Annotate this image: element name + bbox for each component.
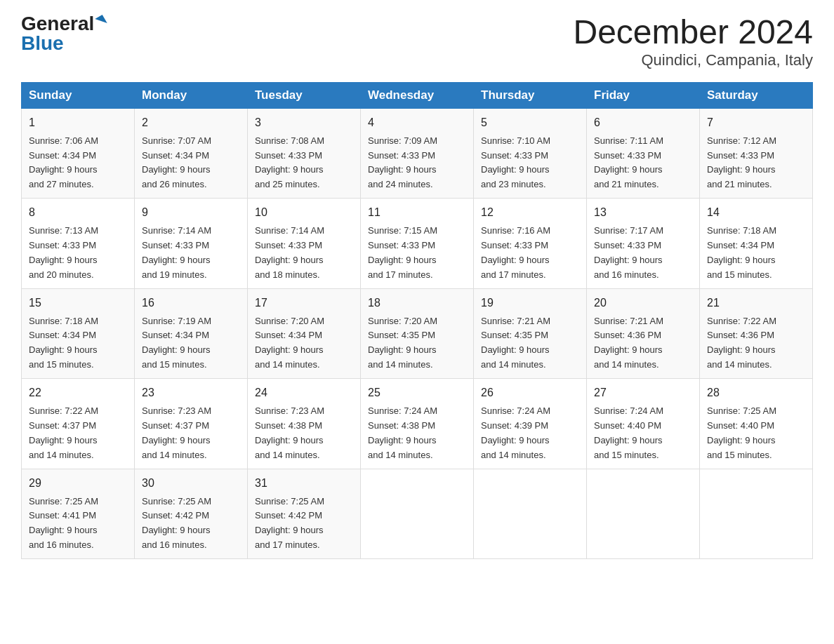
day-info: Sunrise: 7:14 AMSunset: 4:33 PMDaylight:… <box>142 225 211 280</box>
header-monday: Monday <box>135 82 248 108</box>
day-info: Sunrise: 7:12 AMSunset: 4:33 PMDaylight:… <box>707 135 776 190</box>
day-number: 28 <box>707 384 805 402</box>
calendar-header-row: SundayMondayTuesdayWednesdayThursdayFrid… <box>22 82 813 108</box>
calendar-table: SundayMondayTuesdayWednesdayThursdayFrid… <box>21 82 813 559</box>
month-title: December 2024 <box>573 14 813 51</box>
day-number: 12 <box>481 204 579 222</box>
calendar-cell: 3Sunrise: 7:08 AMSunset: 4:33 PMDaylight… <box>248 108 361 198</box>
day-info: Sunrise: 7:15 AMSunset: 4:33 PMDaylight:… <box>368 225 437 280</box>
header-saturday: Saturday <box>700 82 813 108</box>
calendar-cell: 29Sunrise: 7:25 AMSunset: 4:41 PMDayligh… <box>22 469 135 558</box>
day-number: 6 <box>594 114 692 132</box>
calendar-cell: 6Sunrise: 7:11 AMSunset: 4:33 PMDaylight… <box>587 108 700 198</box>
day-number: 10 <box>255 204 353 222</box>
day-number: 20 <box>594 295 692 312</box>
calendar-cell: 1Sunrise: 7:06 AMSunset: 4:34 PMDaylight… <box>22 108 135 198</box>
day-info: Sunrise: 7:10 AMSunset: 4:33 PMDaylight:… <box>481 135 550 190</box>
calendar-cell: 25Sunrise: 7:24 AMSunset: 4:38 PMDayligh… <box>361 379 474 469</box>
day-info: Sunrise: 7:22 AMSunset: 4:36 PMDaylight:… <box>707 316 776 370</box>
day-number: 24 <box>255 384 353 402</box>
day-info: Sunrise: 7:24 AMSunset: 4:40 PMDaylight:… <box>594 405 663 460</box>
day-number: 22 <box>29 384 127 402</box>
day-info: Sunrise: 7:22 AMSunset: 4:37 PMDaylight:… <box>29 405 98 460</box>
day-number: 23 <box>142 384 240 402</box>
day-number: 17 <box>255 295 353 312</box>
calendar-cell: 8Sunrise: 7:13 AMSunset: 4:33 PMDaylight… <box>22 199 135 288</box>
calendar-cell: 22Sunrise: 7:22 AMSunset: 4:37 PMDayligh… <box>22 379 135 469</box>
calendar-cell <box>587 469 700 558</box>
day-number: 18 <box>368 295 466 312</box>
calendar-week-row: 8Sunrise: 7:13 AMSunset: 4:33 PMDaylight… <box>22 199 813 288</box>
day-number: 26 <box>481 384 579 402</box>
day-number: 25 <box>368 384 466 402</box>
day-number: 8 <box>29 204 127 222</box>
calendar-cell: 10Sunrise: 7:14 AMSunset: 4:33 PMDayligh… <box>248 199 361 288</box>
day-number: 31 <box>255 475 353 492</box>
calendar-cell: 11Sunrise: 7:15 AMSunset: 4:33 PMDayligh… <box>361 199 474 288</box>
day-number: 19 <box>481 295 579 312</box>
day-number: 2 <box>142 114 240 132</box>
day-info: Sunrise: 7:18 AMSunset: 4:34 PMDaylight:… <box>29 316 98 370</box>
calendar-cell: 4Sunrise: 7:09 AMSunset: 4:33 PMDaylight… <box>361 108 474 198</box>
calendar-week-row: 15Sunrise: 7:18 AMSunset: 4:34 PMDayligh… <box>22 288 813 378</box>
day-info: Sunrise: 7:11 AMSunset: 4:33 PMDaylight:… <box>594 135 663 190</box>
calendar-cell <box>700 469 813 558</box>
day-info: Sunrise: 7:20 AMSunset: 4:34 PMDaylight:… <box>255 316 324 370</box>
calendar-cell: 17Sunrise: 7:20 AMSunset: 4:34 PMDayligh… <box>248 288 361 378</box>
title-block: December 2024 Quindici, Campania, Italy <box>573 14 813 69</box>
day-number: 3 <box>255 114 353 132</box>
day-number: 11 <box>368 204 466 222</box>
calendar-cell: 19Sunrise: 7:21 AMSunset: 4:35 PMDayligh… <box>474 288 587 378</box>
day-info: Sunrise: 7:25 AMSunset: 4:41 PMDaylight:… <box>29 496 98 551</box>
day-info: Sunrise: 7:13 AMSunset: 4:33 PMDaylight:… <box>29 225 98 280</box>
day-info: Sunrise: 7:19 AMSunset: 4:34 PMDaylight:… <box>142 316 211 370</box>
header-tuesday: Tuesday <box>248 82 361 108</box>
day-number: 30 <box>142 475 240 492</box>
day-info: Sunrise: 7:21 AMSunset: 4:36 PMDaylight:… <box>594 316 663 370</box>
day-info: Sunrise: 7:24 AMSunset: 4:39 PMDaylight:… <box>481 405 550 460</box>
day-info: Sunrise: 7:21 AMSunset: 4:35 PMDaylight:… <box>481 316 550 370</box>
day-number: 5 <box>481 114 579 132</box>
day-info: Sunrise: 7:14 AMSunset: 4:33 PMDaylight:… <box>255 225 324 280</box>
day-number: 9 <box>142 204 240 222</box>
day-number: 27 <box>594 384 692 402</box>
calendar-cell <box>474 469 587 558</box>
calendar-cell: 9Sunrise: 7:14 AMSunset: 4:33 PMDaylight… <box>135 199 248 288</box>
day-info: Sunrise: 7:16 AMSunset: 4:33 PMDaylight:… <box>481 225 550 280</box>
day-number: 1 <box>29 114 127 132</box>
calendar-cell: 24Sunrise: 7:23 AMSunset: 4:38 PMDayligh… <box>248 379 361 469</box>
header-sunday: Sunday <box>22 82 135 108</box>
calendar-week-row: 22Sunrise: 7:22 AMSunset: 4:37 PMDayligh… <box>22 379 813 469</box>
calendar-cell: 30Sunrise: 7:25 AMSunset: 4:42 PMDayligh… <box>135 469 248 558</box>
day-number: 21 <box>707 295 805 312</box>
calendar-cell: 31Sunrise: 7:25 AMSunset: 4:42 PMDayligh… <box>248 469 361 558</box>
calendar-cell: 20Sunrise: 7:21 AMSunset: 4:36 PMDayligh… <box>587 288 700 378</box>
day-info: Sunrise: 7:25 AMSunset: 4:42 PMDaylight:… <box>255 496 324 551</box>
day-info: Sunrise: 7:24 AMSunset: 4:38 PMDaylight:… <box>368 405 437 460</box>
page-header: General Blue December 2024 Quindici, Cam… <box>21 14 813 69</box>
calendar-cell: 15Sunrise: 7:18 AMSunset: 4:34 PMDayligh… <box>22 288 135 378</box>
header-thursday: Thursday <box>474 82 587 108</box>
day-info: Sunrise: 7:18 AMSunset: 4:34 PMDaylight:… <box>707 225 776 280</box>
calendar-cell: 21Sunrise: 7:22 AMSunset: 4:36 PMDayligh… <box>700 288 813 378</box>
calendar-cell: 5Sunrise: 7:10 AMSunset: 4:33 PMDaylight… <box>474 108 587 198</box>
day-info: Sunrise: 7:23 AMSunset: 4:37 PMDaylight:… <box>142 405 211 460</box>
day-info: Sunrise: 7:25 AMSunset: 4:42 PMDaylight:… <box>142 496 211 551</box>
logo-general-text: General <box>21 14 94 34</box>
day-info: Sunrise: 7:09 AMSunset: 4:33 PMDaylight:… <box>368 135 437 190</box>
header-wednesday: Wednesday <box>361 82 474 108</box>
day-info: Sunrise: 7:23 AMSunset: 4:38 PMDaylight:… <box>255 405 324 460</box>
day-info: Sunrise: 7:07 AMSunset: 4:34 PMDaylight:… <box>142 135 211 190</box>
calendar-cell: 26Sunrise: 7:24 AMSunset: 4:39 PMDayligh… <box>474 379 587 469</box>
day-info: Sunrise: 7:08 AMSunset: 4:33 PMDaylight:… <box>255 135 324 190</box>
calendar-cell: 23Sunrise: 7:23 AMSunset: 4:37 PMDayligh… <box>135 379 248 469</box>
day-info: Sunrise: 7:25 AMSunset: 4:40 PMDaylight:… <box>707 405 776 460</box>
calendar-cell: 7Sunrise: 7:12 AMSunset: 4:33 PMDaylight… <box>700 108 813 198</box>
day-info: Sunrise: 7:20 AMSunset: 4:35 PMDaylight:… <box>368 316 437 370</box>
calendar-cell: 14Sunrise: 7:18 AMSunset: 4:34 PMDayligh… <box>700 199 813 288</box>
day-info: Sunrise: 7:06 AMSunset: 4:34 PMDaylight:… <box>29 135 98 190</box>
day-number: 4 <box>368 114 466 132</box>
calendar-week-row: 1Sunrise: 7:06 AMSunset: 4:34 PMDaylight… <box>22 108 813 198</box>
calendar-cell: 28Sunrise: 7:25 AMSunset: 4:40 PMDayligh… <box>700 379 813 469</box>
day-number: 16 <box>142 295 240 312</box>
